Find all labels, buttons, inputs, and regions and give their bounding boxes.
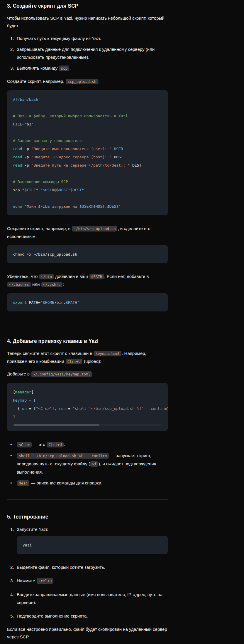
code-token: $DEST [70, 188, 82, 192]
code-token: # Путь к файлу, который выбрал пользоват… [13, 114, 128, 118]
code-token: "$1" [24, 122, 33, 126]
code-token: ], [52, 406, 59, 411]
inline-code: Ctrl+U [66, 359, 82, 364]
code-content: export PATH="$HOME/bin:$PATH" [7, 293, 168, 311]
code-token: @ [91, 204, 93, 209]
list-item-content: Выделите файл, который хотите загрузить. [17, 563, 168, 571]
text-run: или [31, 282, 41, 287]
text-run: добавлен в ваш [54, 274, 89, 279]
paragraph: Сохраните скрипт, например, в ~/bin/scp_… [7, 225, 168, 240]
code-line: # Путь к файлу, который выбрал пользоват… [13, 112, 162, 120]
code-token: "shell '~/bin/scp_upload.sh %f' --confir… [73, 406, 168, 411]
code-block: export PATH="$HOME/bin:$PATH" [7, 293, 168, 311]
paragraph: Убедитесь, что ~/bin добавлен в ваш $PAT… [7, 273, 168, 289]
list-item: 1.Запустите Yazi:yazi [7, 525, 168, 558]
code-line: echo "Файл $FILE загружен на $USER@$HOST… [13, 202, 162, 211]
paragraph: Чтобы использовать SCP в Yazi, нужно нап… [7, 14, 168, 30]
list-item: •desc — описание команды для справки. [7, 479, 168, 487]
code-line: scp "$FILE" "$USER@$HOST:$DEST" [13, 186, 162, 194]
list-item-content: Запрашивать данные для подключения к уда… [17, 45, 168, 61]
list-marker: 2. [10, 563, 17, 571]
code-token: $FILE [38, 204, 50, 209]
horizontal-scrollbar[interactable] [13, 424, 162, 426]
code-token: ] [31, 390, 34, 394]
code-token: "Введите IP-адрес сервера (host): " [31, 155, 112, 159]
code-token: chmod [13, 252, 24, 256]
code-block: yazi [17, 536, 168, 554]
list-item-content: <C-u> — это Ctrl+U. [17, 440, 168, 449]
code-token: = [ [27, 398, 36, 402]
code-token: $DEST [107, 204, 118, 209]
inline-code: keymap.toml [94, 351, 121, 356]
code-token: ] [13, 415, 15, 419]
text-run: . [70, 66, 71, 71]
code-token: : [68, 188, 70, 192]
inline-code: scp [59, 66, 69, 71]
text-run: Выделите файл, который хотите загрузить. [17, 565, 105, 570]
text-run: Добавьте в [7, 371, 31, 376]
list-item-content: Подтвердите выполнение скрипта. [17, 612, 168, 620]
code-token: PATH= [27, 300, 40, 305]
list-item: 2.Выделите файл, который хотите загрузит… [7, 563, 168, 571]
list-item: 4.Введите запрашиваемые данные (имя поль… [7, 591, 168, 606]
code-line: read -p "Введите имя пользователя (user)… [13, 145, 162, 153]
code-token: +x ~/bin/scp_upload.sh [24, 252, 77, 256]
ordered-list: 1.Получать путь к текущему файлу из Yazi… [7, 34, 168, 72]
code-content: yazi [17, 536, 168, 554]
list-item: 5.Подтвердите выполнение скрипта. [7, 612, 168, 620]
code-token: FILE= [13, 122, 24, 126]
scrollbar-thumb[interactable] [14, 424, 99, 426]
code-token: read [13, 155, 22, 159]
list-marker: 3. [10, 64, 17, 72]
code-token: загружен на [50, 204, 79, 209]
section-heading: 4. Добавьте привязку клавиш в Yazi [7, 338, 168, 344]
code-token: "Введите путь на сервере (/path/to/dest)… [31, 163, 130, 167]
code-token: "Введите имя пользователя (user): " [31, 147, 112, 151]
code-content: [manager]keymap = [ { on = ["<C-u>"], ru… [7, 383, 168, 431]
code-token: [ [13, 390, 15, 394]
inline-code: ~/.zshrc [41, 282, 62, 287]
inline-code: desc [17, 480, 29, 486]
code-line: read -p "Введите IP-адрес сервера (host)… [13, 153, 162, 161]
code-token: run [59, 406, 66, 411]
text-run: Введите запрашиваемые данные (имя пользо… [17, 592, 162, 605]
code-token: $HOST [93, 204, 105, 209]
list-item-content: Выполнять команду scp. [17, 64, 168, 72]
text-run: Сохраните скрипт, например, в [7, 226, 72, 231]
code-token: echo [13, 204, 22, 209]
code-token: DEST [130, 163, 141, 167]
code-line [13, 104, 162, 112]
code-line: # Запрос данных у пользователя [13, 137, 162, 145]
code-line: keymap = [ [13, 396, 162, 405]
inline-code: ~/.config/yazi/keymap.toml [31, 371, 92, 377]
code-line [13, 194, 162, 202]
code-line: read -p "Введите путь на сервере (/path/… [13, 161, 162, 170]
list-marker: 2. [10, 45, 17, 61]
text-run: — это [32, 442, 47, 447]
list-marker: 3. [10, 577, 17, 585]
code-token: HOST [112, 155, 123, 159]
text-run: . [64, 442, 65, 447]
text-run: Теперь свяжите этот скрипт с клавишей в [7, 351, 93, 356]
code-token: $USER [79, 204, 91, 209]
inline-code: Ctrl+U [47, 442, 64, 447]
code-line: [manager] [13, 388, 162, 396]
code-token: { [13, 406, 22, 411]
list-item-content: Введите запрашиваемые данные (имя пользо… [17, 591, 168, 606]
list-item: 2.Запрашивать данные для подключения к у… [7, 45, 168, 61]
text-run: Создайте скрипт, например, [7, 79, 66, 84]
code-token: -p [22, 155, 31, 159]
inline-code: ~/bin/scp_upload.sh [72, 226, 117, 232]
text-run: Получать путь к текущему файлу из Yazi. [17, 36, 101, 41]
code-token: export [13, 300, 27, 305]
text-run: Запустите Yazi: [17, 527, 48, 532]
code-token: " [20, 188, 24, 192]
code-token: Файл [27, 204, 38, 209]
code-line: { on = ["<C-u>"], run = "shell '~/bin/sc… [13, 405, 162, 413]
list-marker: • [10, 452, 17, 476]
list-item-content: Запустите Yazi:yazi [17, 525, 168, 558]
text-run: . Если нет, добавьте в [104, 274, 149, 279]
code-line: chmod +x ~/bin/scp_upload.sh [13, 250, 162, 259]
inline-code: ~/.bashrc [7, 282, 31, 287]
code-token: " [40, 300, 43, 305]
